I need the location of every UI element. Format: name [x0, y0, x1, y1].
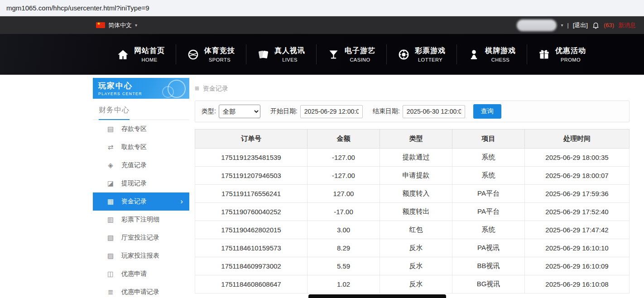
sidebar-item-label: 优惠申请记录: [121, 288, 159, 296]
chevron-right-icon: ›: [180, 197, 183, 206]
table-header-cell: 项目: [452, 130, 525, 149]
type-label: 类型:: [202, 107, 216, 115]
deposit-zone-icon: ▤: [106, 125, 115, 133]
table-cell: 1751191235481539: [195, 149, 308, 167]
nav-item-title: 真人视讯: [274, 46, 305, 56]
main-nav: 网站首页HOME体育竞技SPORTS真人视讯LIVES电子游艺CASINO彩票游…: [0, 34, 644, 75]
nav-item-title: 棋牌游戏: [485, 46, 516, 56]
start-date-label: 开始日期:: [270, 107, 298, 115]
table-cell: 3.00: [308, 221, 380, 239]
table-row: 1751191176556241127.00额度转入PA平台2025-06-29…: [195, 185, 630, 203]
lottery-chip-icon: [398, 48, 410, 61]
bottom-strip: [308, 294, 446, 298]
sidebar-item-label: 厅室投注记录: [121, 234, 159, 242]
cards-icon: [257, 48, 269, 61]
nav-item-sports[interactable]: 体育竞技SPORTS: [176, 46, 246, 62]
table-cell: 额度转出: [380, 203, 452, 221]
withdraw-record-icon: ◪: [106, 179, 115, 187]
sidebar-item-promo-apply-record[interactable]: ≣优惠申请记录: [93, 283, 189, 298]
table-cell: 8.29: [308, 239, 380, 257]
message-count[interactable]: (63): [604, 22, 614, 29]
nav-item-title: 电子游艺: [345, 46, 375, 56]
nav-item-promo[interactable]: 优惠活动PROMO: [527, 46, 597, 62]
table-cell: 系统: [452, 149, 525, 167]
table-cell: 申请提款: [380, 167, 452, 185]
sidebar-item-label: 彩票下注明细: [121, 216, 159, 224]
table-cell: 反水: [380, 257, 452, 275]
table-cell: 1751184609973002: [195, 257, 308, 275]
nav-item-chess[interactable]: 棋牌游戏CHESS: [457, 46, 527, 62]
sidebar-item-label: 优惠申请: [121, 270, 147, 278]
sidebar-item-label: 玩家投注报表: [121, 252, 159, 260]
table-cell: PA平台: [452, 185, 525, 203]
sidebar-title: 玩家中心: [98, 81, 184, 91]
sidebar-item-promo-apply[interactable]: ◫优惠申请: [93, 265, 189, 283]
nav-item-title: 体育竞技: [204, 46, 235, 56]
user-chevron-down-icon[interactable]: ▾: [561, 23, 563, 28]
table-cell: 1751184610159573: [195, 239, 308, 257]
sidebar-item-funds-record[interactable]: ▦资金记录›: [93, 192, 189, 211]
sidebar-item-room-bet-record[interactable]: ▧厅室投注记录: [93, 229, 189, 247]
table-cell: PA平台: [452, 203, 525, 221]
funds-record-icon: ▦: [106, 197, 115, 206]
new-messages-link[interactable]: 新消息: [618, 21, 636, 29]
sidebar-menu: ▤存款专区⇄取款专区◈充值记录◪提现记录▦资金记录›▥彩票下注明细▧厅室投注记录…: [93, 120, 189, 298]
table-cell: BB视讯: [452, 257, 525, 275]
nav-item-home[interactable]: 网站首页HOME: [106, 46, 176, 62]
table-row: 17511846086086471.02反水BG视讯2025-06-29 16:…: [195, 275, 630, 293]
sidebar-item-label: 取款专区: [121, 143, 147, 151]
nav-item-casino[interactable]: 电子游艺CASINO: [317, 46, 386, 62]
table-cell: -127.00: [308, 149, 380, 167]
home-icon: [117, 48, 129, 61]
language-selector[interactable]: ★ 简体中文 ▾: [96, 21, 137, 29]
table-row: 1751190760040252-17.00额度转出PA平台2025-06-29…: [195, 203, 630, 221]
table-cell: 1751190760040252: [195, 203, 308, 221]
sidebar-item-withdraw-record[interactable]: ◪提现记录: [93, 174, 189, 192]
nav-item-title: 彩票游戏: [415, 46, 446, 56]
table-cell: 提款通过: [380, 149, 452, 167]
table-cell: 1751184608608647: [195, 275, 308, 293]
table-cell: 红包: [380, 221, 452, 239]
table-cell: 系统: [452, 167, 525, 185]
table-cell: 127.00: [308, 185, 380, 203]
table-cell: 1751191176556241: [195, 185, 308, 203]
table-cell: 额度转入: [380, 185, 452, 203]
chevron-down-icon: ▾: [135, 23, 137, 28]
nav-item-subtitle: CHESS: [491, 57, 509, 62]
main-panel: ≡ 资金记录 类型: 全部 开始日期: 结束日期: 查询 订单号金额类型项目处理…: [189, 78, 644, 298]
cocktail-icon: [327, 48, 340, 61]
topbar: ★ 简体中文 ▾ ▾ | [退出] (63) 新消息: [0, 16, 644, 34]
records-table: 订单号金额类型项目处理时间 1751191235481539-127.00提款通…: [195, 129, 630, 293]
nav-item-title: 网站首页: [134, 46, 165, 56]
nav-item-subtitle: SPORTS: [209, 57, 231, 62]
type-select[interactable]: 全部: [219, 105, 260, 118]
sidebar-item-player-bet-report[interactable]: ▨玩家投注报表: [93, 247, 189, 265]
chess-pawn-icon: [468, 48, 480, 61]
url-text: mgm1065.com/hhcp/usercenter.html?iniType…: [6, 4, 149, 12]
browser-address-bar[interactable]: mgm1065.com/hhcp/usercenter.html?iniType…: [0, 0, 644, 16]
nav-item-lives[interactable]: 真人视讯LIVES: [246, 46, 316, 62]
logout-link[interactable]: [退出]: [573, 21, 588, 29]
table-cell: 1751190462802015: [195, 221, 308, 239]
breadcrumb: ≡ 资金记录: [195, 84, 630, 93]
filter-bar: 类型: 全部 开始日期: 结束日期: 查询: [195, 101, 630, 122]
sidebar-item-deposit-zone[interactable]: ▤存款专区: [93, 120, 189, 138]
table-cell: 2025-06-29 17:52:40: [525, 203, 630, 221]
sidebar-item-recharge-record[interactable]: ◈充值记录: [93, 156, 189, 174]
sidebar-item-lottery-bet-detail[interactable]: ▥彩票下注明细: [93, 211, 189, 229]
end-date-input[interactable]: [403, 105, 465, 118]
breadcrumb-label: 资金记录: [203, 85, 228, 93]
menu-icon: ≡: [195, 84, 199, 93]
bell-icon[interactable]: [592, 21, 600, 29]
nav-item-lottery[interactable]: 彩票游戏LOTTERY: [387, 46, 457, 62]
finance-section-title: 财务中心: [93, 99, 189, 120]
search-button[interactable]: 查询: [473, 104, 501, 119]
players-center-header: 玩家中心 PLAYERS CENTER: [93, 78, 189, 99]
sidebar-item-label: 充值记录: [121, 161, 147, 169]
start-date-input[interactable]: [300, 105, 363, 118]
table-cell: BG视讯: [452, 275, 525, 293]
sidebar-item-label: 存款专区: [121, 125, 147, 133]
sidebar-item-withdraw-zone[interactable]: ⇄取款专区: [93, 138, 189, 156]
language-label: 简体中文: [108, 21, 132, 29]
room-bet-record-icon: ▧: [106, 234, 115, 242]
